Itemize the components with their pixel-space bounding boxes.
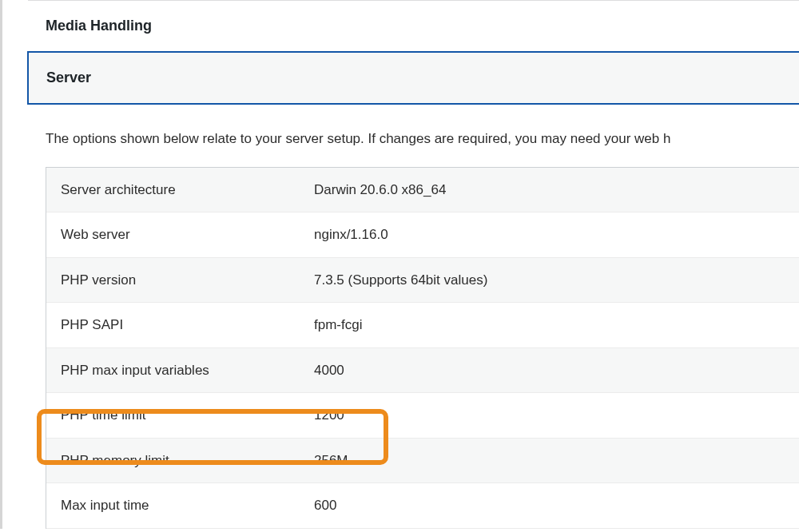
panel-header-server[interactable]: Server xyxy=(27,51,799,105)
row-value: 256M xyxy=(314,451,348,471)
row-label: PHP max input variables xyxy=(46,360,314,381)
table-row: Web server nginx/1.16.0 xyxy=(46,212,799,258)
table-row: PHP max input variables 4000 xyxy=(46,348,799,394)
panel-header-media-handling[interactable]: Media Handling xyxy=(28,1,799,51)
row-label: Web server xyxy=(46,224,314,245)
row-value: 7.3.5 (Supports 64bit values) xyxy=(314,270,487,291)
panel-title-media: Media Handling xyxy=(46,18,152,34)
row-value: nginx/1.16.0 xyxy=(314,224,388,245)
table-row: PHP SAPI fpm-fcgi xyxy=(46,303,799,348)
server-description: The options shown below relate to your s… xyxy=(28,105,799,167)
row-label: PHP memory limit xyxy=(46,451,314,471)
table-row: PHP version 7.3.5 (Supports 64bit values… xyxy=(46,258,799,304)
table-row-php-memory-limit: PHP memory limit 256M xyxy=(46,439,799,484)
row-value: 4000 xyxy=(314,360,344,381)
row-value: 1200 xyxy=(314,405,344,426)
server-info-table: Server architecture Darwin 20.6.0 x86_64… xyxy=(46,167,799,529)
row-value: fpm-fcgi xyxy=(314,315,362,335)
row-label: PHP version xyxy=(46,270,314,291)
row-label: PHP SAPI xyxy=(46,315,314,335)
row-value: 600 xyxy=(314,495,336,516)
panel-title-server: Server xyxy=(46,69,91,85)
row-label: PHP time limit xyxy=(46,405,314,426)
table-row: PHP time limit 1200 xyxy=(46,393,799,439)
row-label: Server architecture xyxy=(46,180,314,200)
table-row: Max input time 600 xyxy=(46,483,799,529)
row-label: Max input time xyxy=(46,495,314,516)
table-row: Server architecture Darwin 20.6.0 x86_64 xyxy=(46,168,799,213)
row-value: Darwin 20.6.0 x86_64 xyxy=(314,180,446,200)
